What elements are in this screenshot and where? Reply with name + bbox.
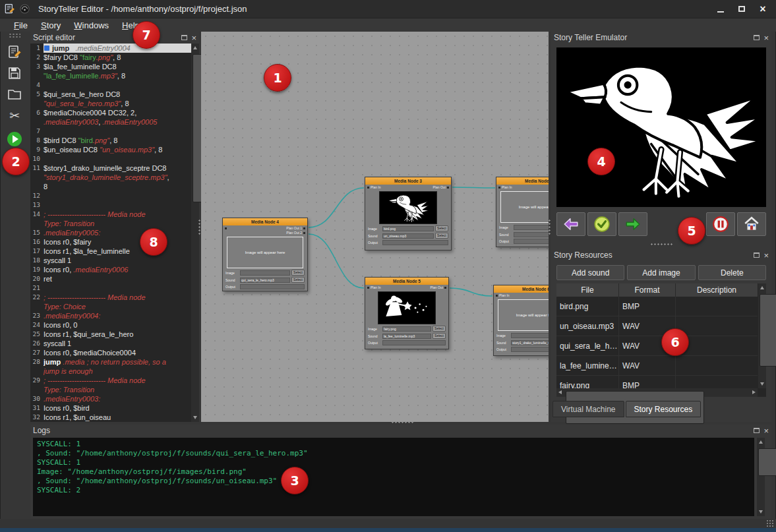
open-button[interactable]	[4, 84, 25, 104]
menu-file[interactable]: File	[8, 20, 34, 31]
node-field-value[interactable]: story1_drako_luminelle_sceptre.mp3	[511, 340, 549, 345]
editor-lines[interactable]: 1jump .mediaEntry00042$fairy DC8 "fairy.…	[30, 44, 191, 422]
editor-row[interactable]: "la_fee_luminelle.mp3", 8	[30, 71, 191, 80]
node-field-value[interactable]	[511, 347, 549, 352]
editor-row[interactable]: 8$bird DC8 "bird.png", 8	[30, 136, 191, 145]
node-field-value[interactable]	[514, 232, 549, 237]
editor-row[interactable]: 22; ------------------------ Media node	[30, 293, 191, 302]
maximize-button[interactable]	[732, 3, 751, 16]
editor-row[interactable]: 29; ------------------------ Media node	[30, 376, 191, 385]
input-port[interactable]: Plan In	[496, 293, 510, 298]
editor-row[interactable]: 8	[30, 182, 191, 191]
editor-row[interactable]: 2$fairy DC8 "fairy.png", 8	[30, 53, 191, 62]
column-header-description[interactable]: Description	[676, 283, 758, 297]
logs-content[interactable]: SYSCALL: 1, Sound: "/home/anthony/ostpro…	[33, 438, 754, 516]
validate-button[interactable]	[587, 212, 616, 236]
node-field-value[interactable]	[382, 340, 446, 345]
home-button[interactable]	[737, 212, 766, 236]
node-field-value[interactable]: bird.png	[382, 226, 434, 231]
input-port[interactable]: Plan In	[367, 285, 381, 290]
editor-row[interactable]: 3$la_fee_luminelle DC8	[30, 62, 191, 71]
add-sound-button[interactable]: Add sound	[556, 265, 624, 280]
editor-row[interactable]: 15.mediaEntry0005:	[30, 228, 191, 237]
forward-button[interactable]	[618, 212, 647, 236]
save-button[interactable]	[4, 63, 25, 83]
tab-story-resources[interactable]: Story Resources	[626, 401, 701, 417]
editor-row[interactable]: 25Icons r1, $qui_sera_le_hero	[30, 330, 191, 339]
logs-scrollbar[interactable]	[757, 438, 765, 516]
editor-row[interactable]: 12	[30, 191, 191, 200]
node-field-value[interactable]	[514, 225, 549, 230]
node-field-value[interactable]: un_oiseau.mp3	[382, 233, 434, 239]
editor-row[interactable]: 32Icons r1, $un_oiseau	[30, 413, 191, 422]
select-button[interactable]: Select	[291, 277, 305, 283]
input-port[interactable]: Plan In	[498, 185, 512, 190]
graph-node[interactable]: Media Node 6Plan InPlan OutImage will ap…	[493, 285, 549, 356]
editor-row[interactable]: 9$un_oiseau DC8 "un_oiseau.mp3", 8	[30, 145, 191, 154]
float-panel-icon[interactable]	[754, 35, 760, 40]
node-field-value[interactable]	[514, 239, 549, 244]
editor-row[interactable]: jump is enough	[30, 367, 191, 376]
editor-row[interactable]: 20ret	[30, 274, 191, 283]
toolbar-drag-handle[interactable]	[9, 33, 20, 38]
float-panel-icon[interactable]	[754, 252, 760, 258]
new-script-button[interactable]	[4, 42, 25, 62]
tab-virtual-machine[interactable]: Virtual Machine	[552, 401, 624, 417]
output-port[interactable]: Plan Out	[431, 285, 446, 290]
pause-button[interactable]	[706, 212, 735, 236]
editor-row[interactable]: 18syscall 1	[30, 256, 191, 265]
run-button[interactable]	[4, 127, 25, 146]
node-field-value[interactable]	[240, 284, 305, 289]
node-canvas[interactable]: Media Node 4Plan Out 1Plan Out 2Image wi…	[201, 32, 549, 422]
node-field-value[interactable]: qui_sera_le_hero.mp3	[240, 278, 290, 283]
table-row[interactable]: un_oiseau.mp3WAV	[556, 316, 758, 336]
node-title[interactable]: Media Node 5	[365, 278, 448, 285]
close-panel-icon[interactable]: ×	[763, 428, 769, 434]
editor-row[interactable]: 17Icons r1, $la_fee_luminelle	[30, 247, 191, 256]
float-panel-icon[interactable]	[181, 35, 187, 40]
editor-row[interactable]: Type: Transition	[30, 385, 191, 394]
select-button[interactable]: Select	[435, 233, 448, 239]
table-row[interactable]: qui_sera_le_h…WAV	[556, 336, 758, 356]
editor-row[interactable]: 4	[30, 80, 191, 90]
output-port[interactable]: Plan Out	[433, 185, 449, 190]
select-button[interactable]: Select	[433, 326, 446, 332]
resize-grip[interactable]	[766, 519, 774, 527]
editor-row[interactable]: Type: Transition	[30, 219, 191, 228]
editor-row[interactable]: 30.mediaEntry0003:	[30, 394, 191, 403]
editor-row[interactable]: 19Icons r0, .mediaEntry0006	[30, 265, 191, 274]
editor-row[interactable]: 21	[30, 283, 191, 293]
table-horizontal-scrollbar[interactable]	[556, 388, 758, 397]
editor-row[interactable]: 7	[30, 127, 191, 136]
graph-node[interactable]: Media Node 4Plan Out 1Plan Out 2Image wi…	[222, 218, 308, 291]
editor-row[interactable]: 6$mediaChoice0004 DC32, 2,	[30, 108, 191, 117]
editor-row[interactable]: 1jump .mediaEntry0004	[30, 44, 191, 53]
node-field-value[interactable]	[511, 333, 549, 338]
node-field-value[interactable]: la_fee_luminelle.mp3	[382, 334, 431, 339]
input-port[interactable]: Plan In	[367, 185, 381, 190]
editor-row[interactable]: Type: Choice	[30, 302, 191, 311]
node-field-value[interactable]: fairy.png	[382, 326, 431, 332]
select-button[interactable]: Select	[435, 225, 448, 231]
graph-node[interactable]: Media Node 2Plan InPlan OutImage will ap…	[496, 177, 549, 247]
node-field-value[interactable]	[240, 270, 290, 276]
editor-row[interactable]: 24Icons r0, 0	[30, 320, 191, 330]
close-panel-icon[interactable]: ×	[191, 35, 196, 41]
cut-button[interactable]: ✂	[4, 105, 25, 125]
editor-row[interactable]: 14; ------------------------ Media node	[30, 210, 191, 219]
close-panel-icon[interactable]: ×	[763, 35, 769, 41]
editor-row[interactable]: "story1_drako_luminelle_sceptre.mp3",	[30, 173, 191, 182]
select-button[interactable]: Select	[433, 333, 446, 339]
output-port[interactable]: Plan Out 1	[286, 226, 305, 231]
editor-row[interactable]: 31Icons r0, $bird	[30, 403, 191, 413]
close-button[interactable]: ×	[754, 3, 772, 16]
graph-node[interactable]: Media Node 3Plan InPlan OutImagebird.png…	[365, 177, 452, 251]
select-button[interactable]: Select	[291, 270, 305, 276]
title-bar[interactable]: StoryTeller Editor - /home/anthony/ostpr…	[0, 0, 776, 18]
table-row[interactable]: fairy.pngBMP	[556, 376, 758, 388]
graph-node[interactable]: Media Node 5Plan InPlan OutImagefairy.pn…	[365, 277, 449, 349]
float-panel-icon[interactable]	[754, 428, 760, 433]
column-header-file[interactable]: File	[556, 283, 619, 297]
editor-row[interactable]: 5$qui_sera_le_hero DC8	[30, 90, 191, 99]
editor-row[interactable]: 26syscall 1	[30, 339, 191, 348]
